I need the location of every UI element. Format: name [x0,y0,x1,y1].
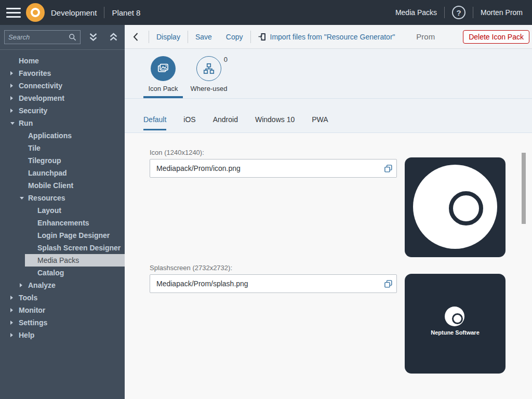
divider [250,31,251,43]
save-button[interactable]: Save [195,33,212,41]
tab-pwa[interactable]: PWA [312,115,328,132]
image-stack-icon [156,62,170,75]
page-title: Media Packs [395,8,437,17]
back-button[interactable] [130,29,141,45]
chevron-right-icon[interactable] [10,109,19,113]
copy-icon [384,165,392,172]
sidebar-item-splash-screen-designer[interactable]: Splash Screen Designer [0,242,125,254]
chevron-right-icon[interactable] [10,96,19,100]
menu-icon[interactable] [6,8,21,18]
icon-field-group: Icon (1240x1240): [150,149,397,178]
copy-icon [384,280,392,288]
sidebar-item-analyze[interactable]: Analyze [0,279,125,291]
chevron-right-icon[interactable] [10,333,19,337]
sidebar-item-label: Layout [37,206,61,215]
icon-value-help-button[interactable] [384,164,392,172]
tab-android[interactable]: Android [213,115,238,132]
import-files-button[interactable]: Import files from "Resource Generator" [258,33,395,41]
page-toolbar: Display Save Copy Import files from "Res… [125,25,532,49]
icon-input-wrap [150,159,397,178]
sidebar-item-home[interactable]: Home [0,55,125,67]
sidebar-item-tile[interactable]: Tile [0,142,125,154]
icon-pack-circle [151,56,176,81]
sidebar-item-run[interactable]: Run [0,117,125,129]
help-icon[interactable]: ? [452,6,466,19]
splash-preview-ring [452,313,463,324]
chevron-right-icon[interactable] [10,71,19,75]
splash-path-input[interactable] [150,274,397,293]
sidebar-item-media-packs[interactable]: Media Packs [25,254,125,267]
sidebar-item-label: Analyze [28,281,56,289]
splash-preview-image: Neptune Software [405,274,506,374]
content-area: Icon (1240x1240): Splashscreen (2732x273… [125,133,532,398]
splash-value-help-button[interactable] [384,280,392,288]
chevron-down-icon[interactable] [10,122,19,125]
sidebar-item-label: Launchpad [28,169,67,177]
sidebar-item-label: Development [19,94,64,102]
chevron-right-icon[interactable] [10,308,19,312]
sidebar-item-label: Tile [28,144,41,152]
delete-icon-pack-button[interactable]: Delete Icon Pack [463,30,529,44]
sidebar-item-applications[interactable]: Applications [0,129,125,142]
system-title: Planet 8 [112,8,140,17]
search-icon [69,33,76,41]
sidebar-item-label: Applications [28,131,72,140]
neptune-logo-icon[interactable] [26,3,45,22]
sidebar-search-row [0,25,125,50]
search-box [4,30,81,44]
logo-ring [31,8,40,17]
vertical-scrollbar-thumb[interactable] [522,153,526,224]
divider [473,7,473,18]
sidebar-item-label: Settings [19,318,47,327]
chevron-right-icon[interactable] [20,283,28,287]
sidebar-item-label: Login Page Designer [37,231,110,240]
sidebar-item-tilegroup[interactable]: Tilegroup [0,154,125,167]
sidebar-item-connectivity[interactable]: Connectivity [0,79,125,92]
sidebar-item-monitor[interactable]: Monitor [0,304,125,316]
platform-tab-strip: DefaultiOSAndroidWindows 10PWA [125,99,532,133]
sidebar-item-label: Catalog [37,269,64,277]
sidebar-item-help[interactable]: Help [0,329,125,341]
sidebar-item-label: Enhancements [37,219,89,227]
sidebar-item-catalog[interactable]: Catalog [0,267,125,279]
icon-preview-ring [449,191,483,225]
tab-icon-pack-label: Icon Pack [148,85,178,92]
expand-all-button[interactable] [86,30,101,45]
divider [444,7,445,18]
sidebar-item-label: Run [19,119,33,127]
sidebar-item-label: Connectivity [19,82,62,90]
tab-ios[interactable]: iOS [183,115,195,132]
sidebar-item-development[interactable]: Development [0,92,125,104]
top-bar: Development Planet 8 Media Packs ? Morte… [0,0,532,25]
sidebar-item-layout[interactable]: Layout [0,204,125,217]
sidebar-item-tools[interactable]: Tools [0,291,125,304]
chevron-left-icon [133,33,138,41]
copy-button[interactable]: Copy [226,33,243,41]
tab-windows-10[interactable]: Windows 10 [255,115,295,132]
display-button[interactable]: Display [156,33,180,41]
sidebar-item-label: Tilegroup [28,156,61,165]
sidebar-item-login-page-designer[interactable]: Login Page Designer [0,229,125,242]
chevron-right-icon[interactable] [10,321,19,325]
tab-default[interactable]: Default [143,115,166,132]
tab-where-used[interactable]: Where-used 0 [189,49,229,98]
chevron-right-icon[interactable] [10,296,19,300]
sidebar-item-security[interactable]: Security [0,104,125,117]
sidebar-item-label: Monitor [19,306,45,314]
sidebar-item-resources[interactable]: Resources [0,192,125,204]
sidebar-item-favorites[interactable]: Favorites [0,67,125,79]
chevron-down-icon[interactable] [20,197,28,200]
tab-icon-pack[interactable]: Icon Pack [143,49,183,98]
sidebar-item-enhancements[interactable]: Enhancements [0,217,125,229]
user-menu[interactable]: Morten Prom [481,8,523,17]
collapse-all-button[interactable] [107,30,121,45]
sidebar-item-mobile-client[interactable]: Mobile Client [0,179,125,192]
divider [104,7,104,18]
icon-path-input[interactable] [150,159,397,178]
search-input[interactable] [8,33,69,41]
divider [188,31,188,43]
chevron-right-icon[interactable] [10,84,19,88]
sidebar: HomeFavoritesConnectivityDevelopmentSecu… [0,25,125,399]
sidebar-item-launchpad[interactable]: Launchpad [0,167,125,179]
sidebar-item-settings[interactable]: Settings [0,316,125,329]
